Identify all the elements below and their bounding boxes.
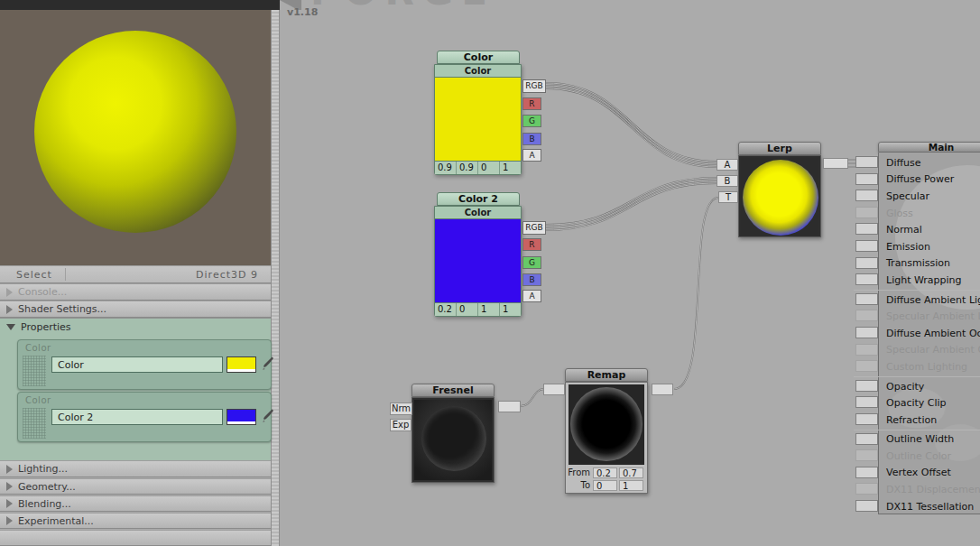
channel-connector[interactable] xyxy=(855,344,878,356)
remap-node-title[interactable]: Remap (Simple) xyxy=(565,368,648,382)
color2-swatch[interactable] xyxy=(435,218,521,303)
color2-output-b[interactable]: B xyxy=(522,273,541,286)
collapsed-arrow-icon xyxy=(6,305,13,314)
channel-connector[interactable] xyxy=(855,380,878,392)
remap-to-max[interactable]: 1 xyxy=(619,480,643,491)
property-color-swatch[interactable] xyxy=(227,356,256,373)
drag-handle[interactable] xyxy=(23,356,46,386)
channel-connector[interactable] xyxy=(855,396,878,408)
section-shader-settings[interactable]: Shader Settings... xyxy=(0,301,271,318)
lerp-input-a[interactable]: A xyxy=(717,159,738,171)
fresnel-output[interactable] xyxy=(498,401,521,412)
color1-output-a[interactable]: A xyxy=(522,149,541,162)
color2-output-r[interactable]: R xyxy=(522,238,541,251)
color1-output-r[interactable]: R xyxy=(522,97,541,110)
channel-label: Outline Color xyxy=(886,450,951,462)
remap-to-label: To xyxy=(566,480,593,490)
section-geometry[interactable]: Geometry... xyxy=(0,478,271,495)
property-name-field[interactable]: Color 2 xyxy=(51,409,223,425)
fresnel-node-title[interactable]: Fresnel xyxy=(411,384,495,397)
channel-connector[interactable] xyxy=(855,223,878,235)
channel-connector[interactable] xyxy=(855,240,878,252)
color1-value-b[interactable]: 0 xyxy=(478,162,500,174)
eyedropper-icon[interactable] xyxy=(262,356,274,372)
lerp-output[interactable] xyxy=(823,158,848,169)
select-button[interactable]: Select xyxy=(0,269,52,281)
lerp-input-b[interactable]: B xyxy=(717,175,738,187)
color2-node-title[interactable]: Color 2 xyxy=(437,192,520,206)
remap-to-min[interactable]: 0 xyxy=(593,480,617,491)
eyedropper-icon[interactable] xyxy=(262,408,274,424)
color1-swatch[interactable] xyxy=(435,77,521,162)
lerp-node[interactable] xyxy=(738,155,821,237)
main-row: Light Wrapping xyxy=(879,272,980,289)
drag-handle[interactable] xyxy=(23,408,46,439)
channel-connector[interactable] xyxy=(855,360,878,372)
expanded-arrow-icon xyxy=(6,324,15,330)
main-node: DiffuseDiffuse PowerSpecularGlossNormalE… xyxy=(878,153,980,514)
main-node-title[interactable]: Main xyxy=(878,142,980,153)
channel-connector[interactable] xyxy=(855,257,878,269)
property-type-label: Color xyxy=(25,343,51,353)
color2-value-r[interactable]: 0.2 xyxy=(435,303,457,316)
channel-connector[interactable] xyxy=(855,207,878,218)
color1-value-a[interactable]: 1 xyxy=(500,162,521,174)
shader-preview[interactable] xyxy=(0,10,271,265)
channel-connector[interactable] xyxy=(855,433,878,445)
remap-input[interactable] xyxy=(543,384,565,395)
property-name-field[interactable]: Color xyxy=(51,356,223,373)
remap-from-min[interactable]: 0.2 xyxy=(593,467,617,478)
color1-node-title[interactable]: Color xyxy=(437,51,520,64)
color1-output-rgb[interactable]: RGB xyxy=(522,79,546,93)
section-lighting[interactable]: Lighting... xyxy=(0,460,271,477)
section-console[interactable]: Console... xyxy=(0,283,271,301)
color2-output-g[interactable]: G xyxy=(522,256,541,269)
section-experimental[interactable]: Experimental... xyxy=(0,513,271,529)
channel-connector[interactable] xyxy=(855,293,878,305)
fresnel-node[interactable] xyxy=(411,397,495,483)
main-node-group-divider xyxy=(854,290,980,291)
color2-output-rgb[interactable]: RGB xyxy=(522,221,546,235)
fresnel-input-nrm[interactable]: Nrm xyxy=(390,403,412,415)
color2-output-a[interactable]: A xyxy=(522,290,541,302)
color2-value-g[interactable]: 0 xyxy=(457,303,478,316)
property-color-swatch[interactable] xyxy=(227,409,256,425)
main-row: Gloss xyxy=(879,205,980,222)
channel-connector[interactable] xyxy=(855,327,878,338)
channel-connector[interactable] xyxy=(855,273,878,285)
channel-connector[interactable] xyxy=(855,500,878,512)
color1-node[interactable]: Color 0.9 0.9 0 1 xyxy=(434,64,522,175)
collapsed-arrow-icon xyxy=(6,288,13,297)
remap-output[interactable] xyxy=(652,384,673,395)
main-row: Outline Color xyxy=(879,448,980,465)
panel-resize-handle[interactable] xyxy=(271,10,280,546)
main-row: Specular Ambient Light xyxy=(879,308,980,325)
main-row: Vertex Offset xyxy=(879,465,980,482)
color2-value-b[interactable]: 1 xyxy=(478,303,500,316)
channel-connector[interactable] xyxy=(855,467,878,478)
main-node-rows: DiffuseDiffuse PowerSpecularGlossNormalE… xyxy=(879,154,980,514)
channel-connector[interactable] xyxy=(855,449,878,461)
color1-value-g[interactable]: 0.9 xyxy=(457,162,478,174)
color1-output-b[interactable]: B xyxy=(522,133,541,145)
color2-node-type: Color xyxy=(435,207,521,218)
main-row: Emission xyxy=(879,238,980,255)
color1-value-r[interactable]: 0.9 xyxy=(435,162,457,174)
channel-connector[interactable] xyxy=(855,413,878,425)
fresnel-input-exp[interactable]: Exp xyxy=(390,419,411,431)
properties-header[interactable]: Properties xyxy=(0,319,271,336)
remap-from-max[interactable]: 0.7 xyxy=(619,467,643,478)
remap-node[interactable]: From 0.2 0.7 To 0 1 xyxy=(565,382,648,494)
channel-connector[interactable] xyxy=(855,173,878,185)
lerp-node-title[interactable]: Lerp xyxy=(738,142,821,155)
section-blending[interactable]: Blending... xyxy=(0,495,271,512)
lerp-input-t[interactable]: T xyxy=(718,191,738,203)
channel-connector[interactable] xyxy=(855,483,878,495)
channel-connector[interactable] xyxy=(855,156,878,168)
color1-output-g[interactable]: G xyxy=(522,115,541,127)
color2-value-a[interactable]: 1 xyxy=(500,303,521,316)
channel-connector[interactable] xyxy=(855,310,878,321)
channel-label: Diffuse Ambient Light xyxy=(886,294,980,306)
channel-connector[interactable] xyxy=(855,190,878,201)
color2-node[interactable]: Color 0.2 0 1 1 xyxy=(434,206,522,317)
